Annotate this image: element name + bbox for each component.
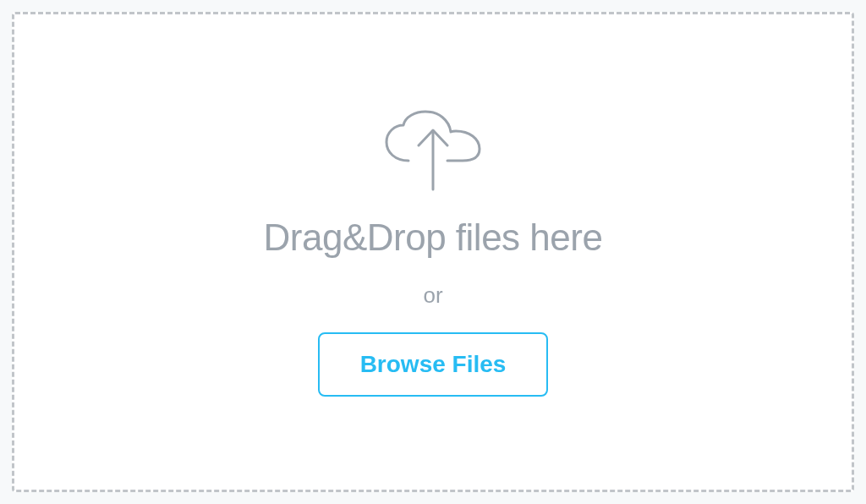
- separator-label: or: [423, 282, 442, 309]
- browse-files-button[interactable]: Browse Files: [318, 332, 549, 397]
- file-dropzone[interactable]: Drag&Drop files here or Browse Files: [12, 12, 854, 492]
- cloud-upload-icon: [378, 108, 488, 193]
- drag-drop-label: Drag&Drop files here: [264, 216, 603, 259]
